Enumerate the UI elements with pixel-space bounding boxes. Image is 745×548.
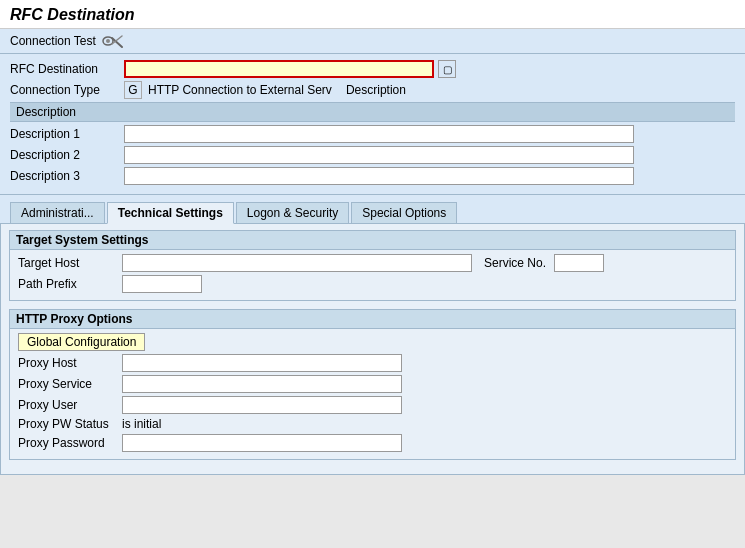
tabs-bar: Administrati... Technical Settings Logon… [0,195,745,224]
rfc-destination-row: RFC Destination ▢ [10,60,735,78]
target-host-label: Target Host [18,256,118,270]
proxy-password-input[interactable] [122,434,402,452]
description2-label: Description 2 [10,148,120,162]
description-section-header: Description [10,102,735,122]
proxy-pw-status-row: Proxy PW Status is initial [18,417,727,431]
global-config-row: Global Configuration [18,333,727,351]
toolbar: Connection Test [0,29,745,54]
tab-logon-security[interactable]: Logon & Security [236,202,349,223]
proxy-service-input[interactable] [122,375,402,393]
connection-test-label: Connection Test [10,34,96,48]
tab-administration[interactable]: Administrati... [10,202,105,223]
connection-test-icon[interactable] [102,33,124,49]
tab-technical-settings[interactable]: Technical Settings [107,202,234,224]
proxy-host-input[interactable] [122,354,402,372]
service-no-input[interactable] [554,254,604,272]
main-form: RFC Destination ▢ Connection Type G HTTP… [0,54,745,195]
description3-row: Description 3 [10,167,735,185]
description1-row: Description 1 [10,125,735,143]
proxy-password-label: Proxy Password [18,436,118,450]
http-proxy-content: Global Configuration Proxy Host Proxy Se… [10,329,735,459]
proxy-service-label: Proxy Service [18,377,118,391]
proxy-pw-status-label: Proxy PW Status [18,417,118,431]
proxy-user-row: Proxy User [18,396,727,414]
proxy-user-label: Proxy User [18,398,118,412]
description2-input[interactable] [124,146,634,164]
service-no-label: Service No. [484,256,546,270]
tabs-container: Administrati... Technical Settings Logon… [10,201,735,223]
page-title-bar: RFC Destination [0,0,745,29]
page-title: RFC Destination [10,6,735,24]
proxy-user-input[interactable] [122,396,402,414]
target-system-section: Target System Settings Target Host Servi… [9,230,736,301]
http-proxy-section: HTTP Proxy Options Global Configuration … [9,309,736,460]
description2-row: Description 2 [10,146,735,164]
target-system-content: Target Host Service No. Path Prefix [10,250,735,300]
tab-content: Target System Settings Target Host Servi… [0,224,745,475]
description1-label: Description 1 [10,127,120,141]
rfc-destination-input[interactable] [124,60,434,78]
connection-type-g-value: G [124,81,142,99]
target-host-input[interactable] [122,254,472,272]
proxy-service-row: Proxy Service [18,375,727,393]
proxy-host-label: Proxy Host [18,356,118,370]
description-column-label: Description [346,83,406,97]
connection-type-row: Connection Type G HTTP Connection to Ext… [10,81,735,99]
target-host-row: Target Host Service No. [18,254,727,272]
http-proxy-header: HTTP Proxy Options [10,310,735,329]
connection-type-label: Connection Type [10,83,120,97]
proxy-host-row: Proxy Host [18,354,727,372]
proxy-password-row: Proxy Password [18,434,727,452]
description3-label: Description 3 [10,169,120,183]
path-prefix-label: Path Prefix [18,277,118,291]
global-config-button[interactable]: Global Configuration [18,333,145,351]
target-system-header: Target System Settings [10,231,735,250]
description1-input[interactable] [124,125,634,143]
svg-point-3 [106,39,110,43]
proxy-pw-status-value: is initial [122,417,161,431]
connection-type-text: HTTP Connection to External Serv [148,83,332,97]
path-prefix-input[interactable] [122,275,202,293]
path-prefix-row: Path Prefix [18,275,727,293]
tab-special-options[interactable]: Special Options [351,202,457,223]
rfc-destination-label: RFC Destination [10,62,120,76]
description3-input[interactable] [124,167,634,185]
rfc-destination-lookup-button[interactable]: ▢ [438,60,456,78]
